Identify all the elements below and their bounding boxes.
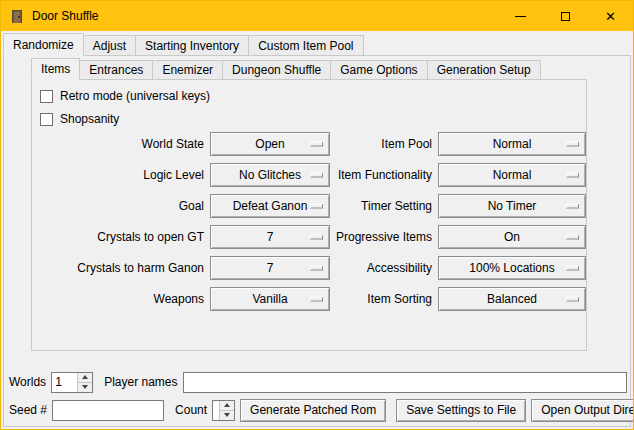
progressive-items-label: Progressive Items xyxy=(336,225,432,249)
minimize-button[interactable] xyxy=(498,1,543,31)
dropdown-indicator-icon xyxy=(310,266,323,271)
dropdown-indicator-icon xyxy=(566,266,579,271)
options-grid: World State Open Item Pool Normal Logic … xyxy=(32,132,586,311)
progressive-items-dropdown[interactable]: On xyxy=(438,225,586,249)
tab-adjust[interactable]: Adjust xyxy=(83,35,136,55)
tab-custom-item-pool[interactable]: Custom Item Pool xyxy=(248,35,363,55)
crystals-ganon-dropdown[interactable]: 7 xyxy=(210,256,330,280)
world-state-label: World State xyxy=(32,132,204,156)
tab-dungeon-shuffle[interactable]: Dungeon Shuffle xyxy=(222,60,331,79)
worlds-spinner-arrows xyxy=(77,373,92,392)
crystals-gt-dropdown[interactable]: 7 xyxy=(210,225,330,249)
crystals-ganon-value: 7 xyxy=(267,261,274,275)
worlds-label: Worlds xyxy=(9,375,46,389)
item-functionality-label: Item Functionality xyxy=(336,163,432,187)
app-icon xyxy=(9,8,25,24)
dropdown-indicator-icon xyxy=(566,235,579,240)
weapons-label: Weapons xyxy=(32,287,204,311)
world-state-value: Open xyxy=(255,137,284,151)
window-controls: ✕ xyxy=(498,1,633,31)
retro-mode-checkbox[interactable] xyxy=(40,90,53,103)
window-title: Door Shuffle xyxy=(32,9,99,23)
worlds-spin-down-button[interactable] xyxy=(77,382,92,392)
accessibility-dropdown[interactable]: 100% Locations xyxy=(438,256,586,280)
app-window: Door Shuffle ✕ Randomize Adjust Starting… xyxy=(0,0,634,430)
maximize-icon xyxy=(561,12,570,21)
maximize-button[interactable] xyxy=(543,1,588,31)
item-pool-value: Normal xyxy=(493,137,532,151)
spin-down-icon xyxy=(224,413,230,417)
count-spinner[interactable] xyxy=(212,400,235,421)
accessibility-label: Accessibility xyxy=(336,256,432,280)
tab-starting-inventory[interactable]: Starting Inventory xyxy=(135,35,249,55)
crystals-ganon-label: Crystals to harm Ganon xyxy=(32,256,204,280)
timer-setting-value: No Timer xyxy=(488,199,537,213)
dropdown-indicator-icon xyxy=(310,204,323,209)
shopsanity-label: Shopsanity xyxy=(60,112,119,126)
worlds-spin-up-button[interactable] xyxy=(77,373,92,382)
seed-input[interactable] xyxy=(52,400,164,421)
minimize-icon xyxy=(515,16,526,17)
tab-enemizer[interactable]: Enemizer xyxy=(152,60,223,79)
close-icon: ✕ xyxy=(605,9,616,24)
seed-label: Seed # xyxy=(9,403,47,417)
tab-entrances[interactable]: Entrances xyxy=(79,60,153,79)
count-label: Count xyxy=(175,403,207,417)
open-output-directory-button[interactable]: Open Output Directory xyxy=(531,399,634,422)
dropdown-indicator-icon xyxy=(566,297,579,302)
tab-randomize[interactable]: Randomize xyxy=(3,33,84,56)
timer-setting-label: Timer Setting xyxy=(336,194,432,218)
shopsanity-checkbox-row[interactable]: Shopsanity xyxy=(40,112,119,126)
accessibility-value: 100% Locations xyxy=(469,261,554,275)
item-sorting-dropdown[interactable]: Balanced xyxy=(438,287,586,311)
weapons-dropdown[interactable]: Vanilla xyxy=(210,287,330,311)
item-pool-dropdown[interactable]: Normal xyxy=(438,132,586,156)
item-pool-label: Item Pool xyxy=(336,132,432,156)
dropdown-indicator-icon xyxy=(566,173,579,178)
shopsanity-checkbox[interactable] xyxy=(40,113,53,126)
dropdown-indicator-icon xyxy=(310,173,323,178)
dropdown-indicator-icon xyxy=(566,142,579,147)
worlds-input[interactable] xyxy=(52,373,77,392)
player-names-input[interactable] xyxy=(183,372,628,393)
dropdown-indicator-icon xyxy=(566,204,579,209)
count-spin-down-button[interactable] xyxy=(219,410,234,420)
worlds-spinner[interactable] xyxy=(51,372,93,393)
count-spinner-arrows xyxy=(219,401,234,420)
item-functionality-value: Normal xyxy=(493,168,532,182)
retro-mode-label: Retro mode (universal keys) xyxy=(60,89,210,103)
dropdown-indicator-icon xyxy=(310,297,323,302)
spin-up-icon xyxy=(82,375,88,379)
crystals-gt-label: Crystals to open GT xyxy=(32,225,204,249)
goal-label: Goal xyxy=(32,194,204,218)
world-state-dropdown[interactable]: Open xyxy=(210,132,330,156)
goal-dropdown[interactable]: Defeat Ganon xyxy=(210,194,330,218)
timer-setting-dropdown[interactable]: No Timer xyxy=(438,194,586,218)
spin-down-icon xyxy=(82,385,88,389)
logic-level-label: Logic Level xyxy=(32,163,204,187)
goal-value: Defeat Ganon xyxy=(233,199,308,213)
crystals-gt-value: 7 xyxy=(267,230,274,244)
tab-game-options[interactable]: Game Options xyxy=(330,60,427,79)
dropdown-indicator-icon xyxy=(310,142,323,147)
save-settings-button[interactable]: Save Settings to File xyxy=(396,399,526,422)
tab-generation-setup[interactable]: Generation Setup xyxy=(427,60,541,79)
titlebar: Door Shuffle ✕ xyxy=(1,1,633,31)
item-sorting-value: Balanced xyxy=(487,292,537,306)
weapons-value: Vanilla xyxy=(252,292,287,306)
close-button[interactable]: ✕ xyxy=(588,1,633,31)
count-spin-up-button[interactable] xyxy=(219,401,234,410)
tab-items[interactable]: Items xyxy=(31,58,80,80)
logic-level-value: No Glitches xyxy=(239,168,301,182)
player-names-label: Player names xyxy=(104,375,177,389)
dropdown-indicator-icon xyxy=(310,235,323,240)
footer-row-1: Worlds Player names xyxy=(9,371,627,393)
progressive-items-value: On xyxy=(504,230,520,244)
items-panel: Retro mode (universal keys) Shopsanity W… xyxy=(31,79,587,351)
item-sorting-label: Item Sorting xyxy=(336,287,432,311)
generate-patched-rom-button[interactable]: Generate Patched Rom xyxy=(240,399,386,422)
logic-level-dropdown[interactable]: No Glitches xyxy=(210,163,330,187)
retro-mode-checkbox-row[interactable]: Retro mode (universal keys) xyxy=(40,89,210,103)
outer-tab-bar: Randomize Adjust Starting Inventory Cust… xyxy=(3,33,363,55)
item-functionality-dropdown[interactable]: Normal xyxy=(438,163,586,187)
